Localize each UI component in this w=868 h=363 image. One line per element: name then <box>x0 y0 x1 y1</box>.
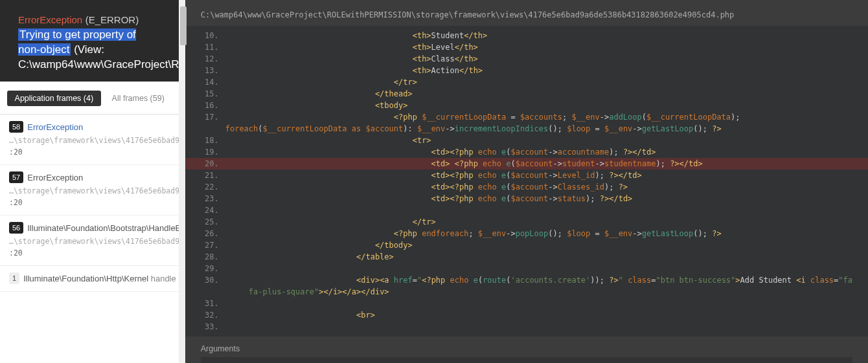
code-line: 20. <td> <?php echo e($account->student-… <box>185 158 868 170</box>
code-line: 19. <td><?php echo e($account->accountna… <box>185 146 868 158</box>
frame-line: :20 <box>9 147 170 158</box>
frame-path: …\storage\framework\views\4176e5e6bad9a6… <box>9 186 170 197</box>
frame-title: ErrorException <box>27 122 83 132</box>
code-line: 31. <box>185 298 868 309</box>
code-line: 25. </tr> <box>185 216 868 228</box>
stack-frames: 58ErrorException…\storage\framework\view… <box>0 115 179 292</box>
code-line: 32. <br> <box>185 309 868 321</box>
frame-title: ErrorException <box>27 173 83 182</box>
frame-title: Illuminate\Foundation\Http\Kernel handle <box>23 274 176 283</box>
frame-path: …\storage\framework\views\4176e5e6bad9a6… <box>9 135 170 146</box>
code-line: fa-plus-square"></i></a></div> <box>185 286 868 298</box>
code-line: 29. <box>185 263 868 274</box>
stack-frame-item[interactable]: 56Illuminate\Foundation\Bootstrap\Handle… <box>0 215 179 266</box>
code-view: 10. <th>Student</th>11. <th>Level</th>12… <box>185 26 868 336</box>
tab-application-frames[interactable]: Application frames (4) <box>7 91 102 106</box>
error-header: ErrorException (E_ERROR) Trying to get p… <box>0 0 179 82</box>
frame-badge: 57 <box>9 171 23 184</box>
code-line: 23. <td><?php echo e($account->status); … <box>185 193 868 204</box>
stack-frame-item[interactable]: 57ErrorException…\storage\framework\view… <box>0 165 179 215</box>
frame-badge: 58 <box>9 121 23 133</box>
stack-frame-item[interactable]: 58ErrorException…\storage\framework\view… <box>0 115 179 165</box>
code-line: 28. </table> <box>185 251 868 263</box>
frame-path: …\storage\framework\views\4176e5e6bad9a6… <box>9 236 170 247</box>
code-line: 15. </thead> <box>185 88 868 100</box>
frame-title: Illuminate\Foundation\Bootstrap\HandleEx… <box>27 223 179 233</box>
frame-line: :20 <box>9 248 170 259</box>
exception-message: Trying to get property of non-object (Vi… <box>18 28 161 72</box>
code-line: 18. <tr> <box>185 135 868 146</box>
code-line: 14. </tr> <box>185 76 868 88</box>
tab-all-frames[interactable]: All frames (59) <box>104 91 172 106</box>
code-line: 13. <th>Action</th> <box>185 65 868 76</box>
code-line: 33. <box>185 321 868 333</box>
stack-frame-item[interactable]: 1Illuminate\Foundation\Http\Kernel handl… <box>0 266 179 292</box>
arguments-heading: Arguments <box>185 336 868 357</box>
code-line: 10. <th>Student</th> <box>185 30 868 41</box>
code-line: 24. <box>185 204 868 216</box>
left-panel: ErrorException (E_ERROR) Trying to get p… <box>0 0 179 363</box>
code-line: 16. <tbody> <box>185 100 868 111</box>
code-line: foreach($__currentLoopData as $account):… <box>185 123 868 135</box>
code-line: 27. </tbody> <box>185 239 868 251</box>
right-panel: C:\wamp64\www\GraceProject\ROLEwithPERMI… <box>185 0 868 363</box>
frame-line: :20 <box>9 197 170 208</box>
frame-badge: 1 <box>9 272 19 285</box>
exception-code: (E_ERROR) <box>86 14 139 25</box>
code-line: 21. <td><?php echo e($account->Level_id)… <box>185 170 868 181</box>
frame-badge: 56 <box>9 222 23 234</box>
code-line: 30. <div><a href="<?php echo e(route('ac… <box>185 274 868 286</box>
code-line: 12. <th>Class</th> <box>185 53 868 65</box>
exception-type: ErrorException <box>18 14 82 25</box>
frame-tabs: Application frames (4) All frames (59) <box>0 82 179 115</box>
code-line: 17. <?php $__currentLoopData = $accounts… <box>185 111 868 123</box>
arguments-box: 1."Trying to get property of non-object … <box>201 357 852 363</box>
code-line: 11. <th>Level</th> <box>185 41 868 53</box>
left-scrollbar[interactable] <box>179 0 185 363</box>
code-line: 26. <?php endforeach; $__env->popLoop();… <box>185 228 868 239</box>
file-path: C:\wamp64\www\GraceProject\ROLEwithPERMI… <box>185 0 868 26</box>
code-line: 22. <td><?php echo e($account->Classes_i… <box>185 181 868 193</box>
